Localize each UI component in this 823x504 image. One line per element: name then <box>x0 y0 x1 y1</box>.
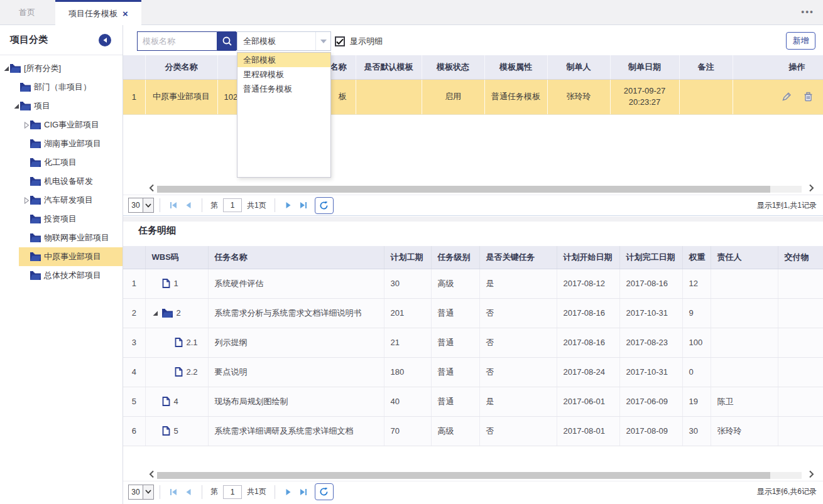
sidebar-item[interactable]: 部门（非项目） <box>0 78 123 97</box>
task-row[interactable]: 54现场布局规划图绘制40普通是2017-06-012017-06-0919陈卫 <box>123 387 823 416</box>
sidebar-item-label: 部门（非项目） <box>34 82 91 93</box>
sidebar-item[interactable]: 化工项目 <box>0 153 123 172</box>
sidebar-item[interactable]: 项目 <box>0 97 123 115</box>
dropdown-option[interactable]: 里程碑模板 <box>237 67 330 82</box>
cell-owner <box>711 357 778 387</box>
refresh-button[interactable] <box>315 197 334 214</box>
prev-page-icon[interactable] <box>183 486 194 498</box>
page-size-select[interactable]: 30 <box>128 485 154 500</box>
tab-home[interactable]: 首页 <box>19 0 35 25</box>
task-row[interactable]: 65系统需求详细调研及系统需求详细文档70高级否2017-08-012017-0… <box>123 416 823 446</box>
col-duration: 计划工期 <box>384 246 431 269</box>
col-wbs: WBS码 <box>145 246 208 269</box>
task-row[interactable]: 11系统硬件评估30高级是2017-08-122017-08-1612 <box>123 269 823 298</box>
show-detail-toggle[interactable]: 显示明细 <box>335 36 383 47</box>
template-row[interactable]: 1 中原事业部项目 102 板 启用 普通任务模板 张玲玲 2017-09-27… <box>123 79 823 114</box>
next-page-icon[interactable] <box>283 486 294 498</box>
collapse-triangle-icon[interactable] <box>23 122 30 129</box>
cell-attribute: 普通任务模板 <box>484 79 547 114</box>
cell-critical: 否 <box>479 416 557 446</box>
sidebar-item[interactable]: 机电设备研发 <box>0 172 123 191</box>
row-number: 1 <box>123 269 145 298</box>
last-page-icon[interactable] <box>298 486 309 498</box>
next-page-icon[interactable] <box>283 200 294 211</box>
search-button[interactable] <box>217 31 237 51</box>
page-number-input[interactable] <box>223 485 242 499</box>
horizontal-scrollbar-thumb[interactable] <box>157 186 770 193</box>
doc-icon <box>175 367 183 377</box>
sidebar: 项目分类 [所有分类]部门（非项目）项目CIG事业部项目湖南事业部项目化工项目机… <box>0 25 123 504</box>
search-input[interactable] <box>137 31 217 51</box>
template-table-hscrollbar <box>123 185 823 193</box>
expand-triangle-icon[interactable] <box>13 103 19 109</box>
tab-project-task-template[interactable]: 项目任务模板 × <box>55 0 141 25</box>
sidebar-item[interactable]: 投资项目 <box>0 210 123 228</box>
cell-date: 2017-09-27 20:23:27 <box>610 79 679 114</box>
cell-owner <box>711 269 778 298</box>
template-type-select[interactable]: 全部模板 <box>237 31 331 51</box>
select-value: 全部模板 <box>237 36 315 47</box>
scrollbar-track[interactable] <box>157 186 802 193</box>
prev-page-icon[interactable] <box>183 200 194 211</box>
col-task-name: 任务名称 <box>208 246 384 269</box>
page-prefix: 第 <box>210 200 218 211</box>
first-page-icon[interactable] <box>168 486 179 498</box>
sidebar-item[interactable]: 湖南事业部项目 <box>0 134 123 153</box>
sidebar-item-label: 项目 <box>34 100 50 112</box>
scroll-right-icon[interactable] <box>809 470 814 480</box>
scroll-right-icon[interactable] <box>809 184 814 194</box>
refresh-button[interactable] <box>315 483 334 500</box>
app-window: 首页 项目任务模板 × ••• 项目分类 [所有分类]部门（非项目）项目CIG事… <box>0 0 823 504</box>
col-owner: 责任人 <box>711 246 778 269</box>
cell-task-name: 列示提纲 <box>208 328 384 357</box>
task-row[interactable]: 22系统需求分析与系统需求文档详细说明书201普通否2017-08-162017… <box>123 298 823 328</box>
horizontal-scrollbar-thumb[interactable] <box>157 472 770 479</box>
task-row[interactable]: 32.1列示提纲21普通否2017-08-162017-08-23100 <box>123 328 823 357</box>
sidebar-item[interactable]: 中原事业部项目 <box>0 247 123 266</box>
sidebar-item[interactable]: 物联网事业部项目 <box>0 228 123 247</box>
dropdown-option[interactable]: 全部模板 <box>237 53 330 67</box>
edit-pencil-icon[interactable] <box>782 92 792 102</box>
detail-section-title: 任务明细 <box>138 225 176 237</box>
scroll-left-icon[interactable] <box>149 470 155 480</box>
folder-icon <box>30 215 41 223</box>
more-menu-icon[interactable]: ••• <box>801 0 814 25</box>
checkbox[interactable] <box>335 36 345 46</box>
cell-level: 普通 <box>431 298 479 328</box>
tab-bar: 首页 项目任务模板 × ••• <box>0 0 823 25</box>
close-icon[interactable]: × <box>123 9 128 18</box>
main-panel: 全部模板 显示明细 新增 分类名称 名称 是否默认模板 模板状 <box>123 25 823 504</box>
col-attribute: 模板属性 <box>484 55 547 79</box>
cell-wbs: 5 <box>145 416 208 446</box>
cell-critical: 是 <box>479 269 557 298</box>
cell-owner <box>711 328 778 357</box>
dropdown-option[interactable]: 普通任务模板 <box>237 82 330 96</box>
sidebar-item[interactable]: 汽车研发项目 <box>0 191 123 210</box>
cell-deliverable <box>778 328 823 357</box>
expand-triangle-icon[interactable] <box>152 310 158 316</box>
sidebar-item[interactable]: CIG事业部项目 <box>0 115 123 134</box>
collapse-sidebar-icon[interactable] <box>99 34 111 46</box>
trash-icon[interactable] <box>804 92 813 102</box>
scroll-left-icon[interactable] <box>149 184 155 194</box>
sidebar-item-label: 机电设备研发 <box>44 176 93 187</box>
expand-triangle-icon[interactable] <box>3 65 9 72</box>
sidebar-title: 项目分类 <box>10 34 48 46</box>
cell-wbs: 2.2 <box>145 357 208 387</box>
row-number: 5 <box>123 387 145 416</box>
scrollbar-track[interactable] <box>157 472 802 479</box>
doc-icon <box>162 426 170 436</box>
sidebar-item[interactable]: [所有分类] <box>0 59 123 78</box>
tab-label: 项目任务模板 <box>68 8 117 19</box>
page-size-select[interactable]: 30 <box>128 198 154 213</box>
task-row[interactable]: 42.2要点说明180普通否2017-08-242017-10-310 <box>123 357 823 387</box>
add-button[interactable]: 新增 <box>786 32 815 50</box>
cell-end-date: 2017-08-16 <box>619 269 682 298</box>
page-number-input[interactable] <box>223 198 242 212</box>
sidebar-item[interactable]: 总体技术部项目 <box>0 266 123 285</box>
row-number: 3 <box>123 328 145 357</box>
first-page-icon[interactable] <box>168 200 179 211</box>
folder-icon <box>30 158 41 167</box>
collapse-triangle-icon[interactable] <box>23 197 30 204</box>
last-page-icon[interactable] <box>298 200 309 211</box>
